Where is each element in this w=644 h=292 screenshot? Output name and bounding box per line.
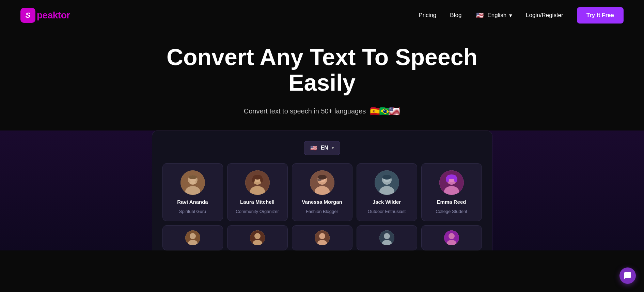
panel-language-selector[interactable]: 🇺🇸 EN ▾ <box>304 141 340 155</box>
chevron-down-icon: ▾ <box>509 12 512 19</box>
voice-card-small-2[interactable] <box>227 225 288 250</box>
svg-point-12 <box>260 177 263 183</box>
flag-us: 🇺🇸 <box>388 106 400 117</box>
panel-lang-code: EN <box>320 145 328 151</box>
avatar-small-4 <box>379 230 394 245</box>
chat-bubble[interactable] <box>619 267 636 284</box>
svg-point-23 <box>382 175 391 180</box>
subtitle-text: Convert text to speech in 50+ languages <box>244 107 366 115</box>
logo[interactable]: S peaktor <box>20 8 70 23</box>
voice-role-jack: Outdoor Enthusiast <box>368 209 406 214</box>
nav-links: Pricing Blog 🇺🇸 English ▾ Login/Register… <box>419 7 624 24</box>
nav-pricing[interactable]: Pricing <box>419 12 436 19</box>
voice-name-emma: Emma Reed <box>437 199 466 205</box>
nav-language-selector[interactable]: 🇺🇸 English ▾ <box>475 11 512 20</box>
svg-point-38 <box>319 233 325 239</box>
avatar-small-5 <box>444 230 459 245</box>
svg-point-17 <box>318 175 327 180</box>
bottom-section: 🇺🇸 EN ▾ <box>0 130 644 250</box>
voice-card-small-4[interactable] <box>357 225 417 250</box>
logo-box: S <box>20 8 35 23</box>
voice-card-jack[interactable]: Jack Wilder Outdoor Enthusiast <box>357 163 417 221</box>
voice-name-ravi: Ravi Ananda <box>177 199 208 205</box>
svg-point-35 <box>254 233 261 239</box>
voices-row-1: Ravi Ananda Spiritual Guru <box>162 163 482 221</box>
svg-point-32 <box>190 233 196 239</box>
avatar-jack <box>375 170 399 195</box>
avatar-small-3 <box>315 230 330 245</box>
svg-point-41 <box>384 233 390 239</box>
avatar-laura <box>245 170 270 195</box>
voice-card-laura[interactable]: Laura Mitchell Community Organizer <box>227 163 288 221</box>
svg-point-44 <box>449 233 455 239</box>
voice-name-vanessa: Vanessa Morgan <box>302 199 342 205</box>
voice-role-emma: College Student <box>436 209 467 214</box>
avatar-small-1 <box>185 230 200 245</box>
svg-point-29 <box>446 176 449 182</box>
voices-row-2 <box>162 225 482 250</box>
avatar-small-2 <box>250 230 265 245</box>
nav-login[interactable]: Login/Register <box>526 12 563 19</box>
chat-icon <box>624 272 632 280</box>
avatar-vanessa <box>310 170 334 195</box>
try-free-button[interactable]: Try It Free <box>577 7 624 24</box>
panel-top: 🇺🇸 EN ▾ <box>162 141 482 155</box>
us-flag-icon: 🇺🇸 <box>475 11 485 20</box>
logo-text: peaktor <box>37 10 70 21</box>
hero-section: Convert Any Text To Speech Easily Conver… <box>0 31 644 130</box>
voice-card-small-3[interactable] <box>292 225 352 250</box>
svg-point-30 <box>454 176 457 182</box>
voice-role-laura: Community Organizer <box>236 209 279 214</box>
hero-title: Convert Any Text To Speech Easily <box>152 44 492 95</box>
voice-card-ravi[interactable]: Ravi Ananda Spiritual Guru <box>162 163 223 221</box>
language-flags: 🇪🇸 🇧🇷 🇺🇸 <box>370 106 400 117</box>
voice-card-emma[interactable]: Emma Reed College Student <box>421 163 482 221</box>
svg-point-11 <box>252 177 255 183</box>
app-panel: 🇺🇸 EN ▾ <box>152 130 492 250</box>
avatar-emma <box>439 170 464 195</box>
hero-subtitle: Convert text to speech in 50+ languages … <box>244 106 400 117</box>
language-label: English <box>487 12 506 19</box>
nav-blog[interactable]: Blog <box>450 12 461 19</box>
app-panel-wrapper: 🇺🇸 EN ▾ <box>0 130 644 250</box>
svg-rect-5 <box>190 182 195 184</box>
voice-card-small-5[interactable] <box>421 225 482 250</box>
voice-card-vanessa[interactable]: Vanessa Morgan Fashion Blogger <box>292 163 352 221</box>
voice-name-laura: Laura Mitchell <box>240 199 274 205</box>
voice-role-ravi: Spiritual Guru <box>179 209 206 214</box>
chevron-down-icon: ▾ <box>332 145 334 150</box>
svg-point-4 <box>189 175 197 179</box>
voice-name-jack: Jack Wilder <box>373 199 401 205</box>
panel-flag-icon: 🇺🇸 <box>310 145 317 151</box>
voice-card-small-1[interactable] <box>162 225 223 250</box>
voice-role-vanessa: Fashion Blogger <box>306 209 338 214</box>
navbar: S peaktor Pricing Blog 🇺🇸 English ▾ Logi… <box>0 0 644 31</box>
svg-rect-18 <box>317 179 321 181</box>
avatar-ravi <box>180 170 205 195</box>
